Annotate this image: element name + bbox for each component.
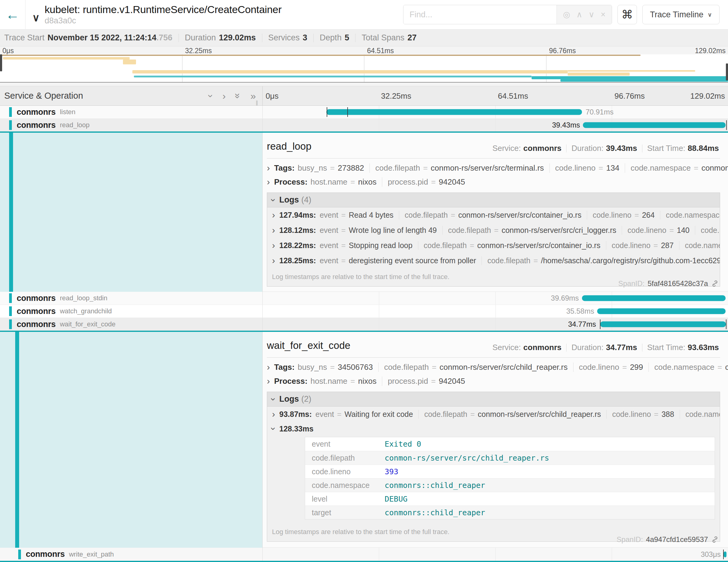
span-row-read_loop[interactable]: conmonrs read_loop 39.43ms bbox=[0, 119, 728, 133]
back-button[interactable]: ← bbox=[0, 0, 26, 29]
span-name-cell[interactable]: conmonrs read_loop_stdin bbox=[0, 292, 263, 305]
keyboard-shortcuts-button[interactable]: ⌘ bbox=[617, 5, 637, 24]
chevron-right-icon: › bbox=[267, 163, 270, 172]
match-highlight-icon[interactable]: ◎ bbox=[563, 10, 570, 19]
span-bar[interactable] bbox=[582, 295, 726, 301]
minimap-span bbox=[568, 70, 695, 72]
span-bar[interactable] bbox=[583, 122, 725, 128]
copy-link-icon[interactable] bbox=[711, 280, 719, 288]
span-name-cell[interactable]: conmonrs write_exit_path bbox=[0, 548, 263, 561]
log-entry[interactable]: › 127.94ms: event=Read 4 bytescode.filep… bbox=[267, 207, 720, 223]
minimap-left-handle[interactable] bbox=[0, 54, 2, 71]
detail-content: read_loop Service:conmonrs Duration:39.4… bbox=[263, 133, 728, 292]
tags-row[interactable]: › Tags: busy_ns=34506763code.filepath=co… bbox=[267, 360, 728, 374]
chevron-right-icon: › bbox=[272, 226, 275, 235]
logs-header[interactable]: › Logs(4) bbox=[267, 193, 720, 207]
detail-meta: Service:conmonrs Duration:34.77ms Start … bbox=[492, 343, 719, 352]
log-field-row: levelDEBUG bbox=[305, 492, 715, 506]
minimap-span bbox=[3, 57, 130, 60]
log-entry[interactable]: › 93.87ms: event=Waiting for exit codeco… bbox=[267, 407, 720, 422]
clear-search-icon[interactable]: × bbox=[601, 10, 606, 19]
span-name-cell[interactable]: conmonrs wait_for_exit_code bbox=[0, 318, 263, 331]
tag-field: host.name=nixos bbox=[309, 376, 382, 386]
span-bar[interactable] bbox=[326, 109, 582, 115]
tag-field: code.namespace=conmon... bbox=[679, 241, 720, 250]
prev-match-icon[interactable]: ∧ bbox=[576, 10, 582, 19]
trace-view-dropdown[interactable]: Trace Timeline ∨ bbox=[642, 5, 719, 24]
total-spans-value: 27 bbox=[407, 33, 417, 43]
log-field-row: code.filepathconmon-rs/server/src/child_… bbox=[305, 451, 715, 465]
minimap-span bbox=[560, 79, 728, 82]
minimap-right-handle[interactable] bbox=[726, 63, 728, 80]
span-row-watch_grandchild[interactable]: conmonrs watch_grandchild 35.58ms bbox=[0, 305, 728, 318]
span-timeline-cell[interactable]: 39.43ms bbox=[263, 119, 728, 131]
logs-section: › Logs(2) › 93.87ms: event=Waiting for e… bbox=[267, 392, 720, 542]
log-fields: event=deregistering event source from po… bbox=[318, 256, 720, 265]
depth-label: Depth bbox=[320, 33, 342, 43]
process-row[interactable]: › Process: host.name=nixosprocess.pid=94… bbox=[267, 175, 728, 189]
span-rows: conmonrs listen 70.91ms conmonrs read_lo… bbox=[0, 106, 728, 562]
tag-field: code.filepath=conmon-rs/server/src/child… bbox=[418, 410, 606, 419]
next-match-icon[interactable]: ∨ bbox=[589, 10, 595, 19]
span-bar[interactable] bbox=[597, 308, 726, 314]
chevron-right-icon: › bbox=[272, 410, 275, 419]
find-input[interactable] bbox=[403, 5, 556, 24]
tags-row[interactable]: › Tags: busy_ns=273882code.filepath=conm… bbox=[267, 161, 728, 175]
log-entry-expanded[interactable]: › 128.33ms bbox=[267, 422, 720, 436]
minimap-canvas[interactable] bbox=[0, 54, 728, 83]
tag-field: process.pid=942045 bbox=[382, 177, 471, 187]
copy-link-icon[interactable] bbox=[711, 536, 719, 543]
process-row[interactable]: › Process: host.name=nixosprocess.pid=94… bbox=[267, 374, 728, 388]
expand-all-icon[interactable]: » bbox=[250, 91, 256, 101]
span-id-value: 5faf48165428c37a bbox=[648, 279, 708, 288]
expand-one-icon[interactable]: › bbox=[223, 91, 226, 101]
span-timeline-cell[interactable]: 70.91ms bbox=[263, 106, 728, 118]
collapse-all-icon[interactable]: » bbox=[235, 91, 241, 101]
span-timeline-cell[interactable]: 35.58ms bbox=[263, 305, 728, 318]
tag-field: event=Wrote log line of length 49 bbox=[318, 226, 442, 235]
minimap-tick-labels: 0μs 32.25ms 64.51ms 96.76ms 129.02ms bbox=[0, 46, 728, 54]
span-name-cell[interactable]: conmonrs read_loop bbox=[0, 119, 263, 131]
minimap-span bbox=[132, 70, 568, 73]
column-resizer[interactable]: ∥ bbox=[256, 100, 258, 106]
minimap-span bbox=[568, 73, 630, 76]
tag-field: code.filepath=conmon-rs/server/src/termi… bbox=[369, 163, 549, 173]
log-fields: event=Waiting for exit codecode.filepath… bbox=[314, 410, 720, 419]
tag-field: busy_ns=273882 bbox=[296, 163, 369, 173]
span-row-write_exit_path[interactable]: conmonrs write_exit_path 303μs bbox=[0, 548, 728, 561]
span-duration: 39.69ms bbox=[551, 294, 579, 302]
timeline-minimap[interactable]: 0μs 32.25ms 64.51ms 96.76ms 129.02ms bbox=[0, 46, 728, 83]
chevron-down-icon: › bbox=[269, 427, 278, 430]
chevron-right-icon: › bbox=[267, 363, 270, 372]
span-row-wait_for_exit_code[interactable]: conmonrs wait_for_exit_code 34.77ms bbox=[0, 318, 728, 332]
span-timeline-cell[interactable]: 303μs bbox=[263, 548, 728, 561]
log-fields-table: eventExited 0code.filepathconmon-rs/serv… bbox=[305, 437, 715, 519]
minimap-span bbox=[0, 55, 641, 56]
tag-field: code.filepath=conmon-rs/server/src/child… bbox=[378, 363, 573, 372]
span-bar[interactable] bbox=[600, 322, 726, 327]
chevron-down-icon: › bbox=[269, 199, 278, 202]
span-row-read_loop_stdin[interactable]: conmonrs read_loop_stdin 39.69ms bbox=[0, 292, 728, 305]
span-row-listen[interactable]: conmonrs listen 70.91ms bbox=[0, 106, 728, 119]
log-entry[interactable]: › 128.22ms: event=Stopping read loopcode… bbox=[267, 238, 720, 253]
title-block: kubelet: runtime.v1.RuntimeService/Creat… bbox=[45, 4, 282, 26]
minimap-span bbox=[123, 60, 136, 64]
span-name-cell[interactable]: conmonrs watch_grandchild bbox=[0, 305, 263, 318]
span-bar[interactable] bbox=[724, 551, 726, 557]
tag-field: code.lineno=264 bbox=[587, 211, 660, 220]
logs-section: › Logs(4) › 127.94ms: event=Read 4 bytes… bbox=[267, 192, 720, 287]
span-name-cell[interactable]: conmonrs listen bbox=[0, 106, 263, 118]
log-entry[interactable]: › 128.12ms: event=Wrote log line of leng… bbox=[267, 223, 720, 238]
collapse-title-icon[interactable]: ∨ bbox=[32, 12, 40, 23]
tag-field: busy_ns=34506763 bbox=[296, 363, 378, 372]
span-timeline-cell[interactable]: 39.69ms bbox=[263, 292, 728, 305]
collapse-one-icon[interactable]: › bbox=[209, 91, 213, 101]
log-entry[interactable]: › 128.25ms: event=deregistering event so… bbox=[267, 253, 720, 268]
log-fields: event=Stopping read loopcode.filepath=co… bbox=[318, 241, 720, 250]
logs-header[interactable]: › Logs(2) bbox=[267, 392, 720, 407]
operation-name: read_loop_stdin bbox=[60, 294, 107, 302]
trace-summary-bar: Trace Start November 15 2022, 11:24:14.7… bbox=[0, 29, 728, 46]
log-field-row: code.namespaceconmonrs::child_reaper bbox=[305, 478, 715, 492]
tag-field: code.lineno=134 bbox=[549, 163, 625, 173]
span-timeline-cell[interactable]: 34.77ms bbox=[263, 318, 728, 331]
